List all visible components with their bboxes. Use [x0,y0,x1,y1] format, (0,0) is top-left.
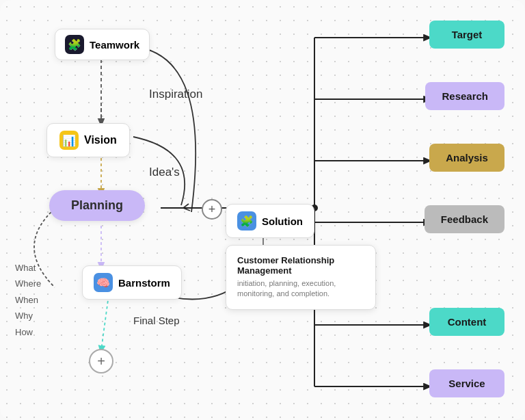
crm-desc: initiation, planning, execution, monitor… [237,278,364,300]
service-node[interactable]: Service [429,369,504,397]
what-list-label: What Where When Why How [15,260,41,340]
planning-plus-button[interactable]: + [202,199,222,220]
solution-node[interactable]: 🧩 Solution [226,204,314,238]
inspiration-label: Inspiration [149,88,202,101]
barnstorm-label: Barnstorm [118,277,170,289]
crm-tooltip: Customer Relationship Management initiat… [226,245,376,310]
target-label: Target [452,29,483,40]
teamwork-icon: 🧩 [65,35,84,54]
research-node[interactable]: Research [425,82,504,110]
solution-label: Solution [262,215,303,227]
ideas-label: Idea's [149,166,180,179]
research-label: Research [442,90,488,102]
barnstorm-node[interactable]: 🧠 Barnstorm [82,265,182,300]
content-label: Content [448,316,487,328]
analysis-node[interactable]: Analysis [429,144,504,172]
feedback-node[interactable]: Feedback [425,205,504,233]
vision-label: Vision [84,134,117,146]
teamwork-label: Teamwork [90,39,139,51]
vision-node[interactable]: 📊 Vision [46,123,130,157]
canvas: 🧩 Teamwork 📊 Vision Planning + 🧠 Barnsto… [0,0,525,420]
teamwork-node[interactable]: 🧩 Teamwork [55,29,150,60]
vision-icon: 📊 [59,131,79,150]
planning-label: Planning [71,198,123,212]
crm-title: Customer Relationship Management [237,255,364,276]
solution-icon: 🧩 [237,211,256,231]
plus-icon: + [208,202,216,217]
barnstorm-icon: 🧠 [94,273,113,292]
content-node[interactable]: Content [429,308,504,336]
feedback-label: Feedback [441,213,488,225]
finalstep-label: Final Step [133,315,180,326]
service-label: Service [448,378,485,389]
plus-bottom-icon: + [97,354,105,369]
analysis-label: Analysis [446,152,488,163]
add-node-button[interactable]: + [89,349,113,373]
planning-node[interactable]: Planning [49,190,145,221]
target-node[interactable]: Target [429,21,504,49]
